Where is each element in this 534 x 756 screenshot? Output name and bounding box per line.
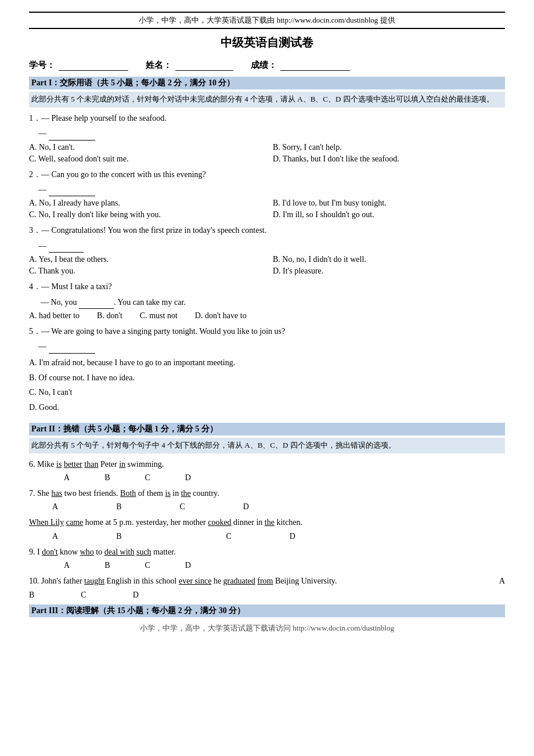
- q10-text: 10. John's father taught English in this…: [29, 575, 505, 588]
- q3-options: A. Yes, I beat the others. B. No, no, I …: [29, 255, 505, 264]
- q4-options: A. had better to B. don't C. must not D.…: [29, 311, 505, 321]
- q1-option-a: A. No, I can't.: [29, 143, 261, 152]
- q8-b: B: [116, 532, 121, 541]
- q7-c: C: [179, 502, 185, 512]
- q9-underline-c: deal with: [104, 548, 135, 556]
- q6-text: 6. Mike is better than Peter in swimming…: [29, 458, 505, 471]
- q9-abcd: A B C D: [64, 561, 505, 570]
- q3-blank-line: —: [38, 240, 505, 253]
- xingming-input: [175, 60, 233, 71]
- q9-d: D: [185, 561, 191, 570]
- q6-underline-b: better: [64, 460, 82, 469]
- q8-abcd: A B C D: [52, 532, 505, 541]
- q8-underline-c: cooked: [208, 518, 231, 527]
- q2-option-a: A. No, I already have plans.: [29, 199, 261, 208]
- student-info: 学号： 姓名： 成绩：: [29, 60, 505, 71]
- q9-underline-d: such: [136, 548, 151, 556]
- q1-text: 1．— Please help yourself to the seafood.: [29, 112, 505, 125]
- q2-option-d: D. I'm ill, so I shouldn't go out.: [273, 210, 505, 219]
- question-1: 1．— Please help yourself to the seafood.…: [29, 112, 505, 164]
- q10-c: C: [81, 591, 86, 600]
- q6-b: B: [104, 473, 110, 483]
- q9-underline-a: don't: [42, 548, 57, 556]
- q7-underline-d: the: [181, 489, 191, 498]
- q10-underline-d: from: [257, 575, 273, 588]
- q10-text3: he: [211, 575, 223, 588]
- xuehao-label: 学号：: [29, 60, 55, 71]
- q6-abcd: A B C D: [64, 473, 505, 483]
- q2-blank-line: —: [38, 183, 505, 196]
- q8-underline-b: came: [66, 518, 84, 527]
- q4-text2: — No, you . You can take my car.: [41, 296, 505, 309]
- q6-underline-c: than: [84, 460, 98, 469]
- question-9: 9. I don't know who to deal with such ma…: [29, 546, 505, 570]
- q8-underline-a: When Lily: [29, 518, 64, 527]
- q5-blank-line: —: [38, 340, 505, 353]
- xingming-label: 姓名：: [146, 60, 172, 71]
- q7-text: 7. She has two best friends. Both of the…: [29, 487, 505, 500]
- q1-option-d: D. Thanks, but I don't like the seafood.: [273, 154, 505, 164]
- q8-a: A: [52, 532, 58, 541]
- q2-text: 2．— Can you go to the concert with us th…: [29, 168, 505, 181]
- q5-text: 5．— We are going to have a singing party…: [29, 325, 505, 338]
- q10-underline-a: taught: [84, 575, 104, 588]
- xuehao-input: [59, 60, 128, 71]
- q1-options-2: C. Well, seafood don't suit me. D. Thank…: [29, 154, 505, 164]
- q7-a: A: [52, 502, 58, 512]
- part3-header: Part III：阅读理解（共 15 小题；每小题 2 分，满分 30 分）: [29, 604, 505, 617]
- q7-abcd: A B C D: [52, 502, 505, 512]
- q1-option-b: B. Sorry, I can't help.: [273, 143, 505, 152]
- q2-option-c: C. No, I really don't like being with yo…: [29, 210, 261, 219]
- q3-option-c: C. Thank you.: [29, 267, 261, 276]
- q10-text1: 10. John's father: [29, 575, 84, 588]
- question-10: 10. John's father taught English in this…: [29, 575, 505, 599]
- q2-answer-blank: [49, 187, 95, 196]
- q10-d: D: [133, 591, 139, 600]
- footer-text: 小学，中学，高中，大学英语试题下载请访问 http://www.docin.co…: [29, 623, 505, 633]
- q9-text: 9. I don't know who to deal with such ma…: [29, 546, 505, 559]
- q3-answer-blank: [49, 243, 84, 253]
- question-7: 7. She has two best friends. Both of the…: [29, 487, 505, 512]
- part1-header: Part I：交际用语（共 5 小题；每小题 2 分，满分 10 分）: [29, 77, 505, 89]
- question-5: 5．— We are going to have a singing party…: [29, 325, 505, 415]
- q3-option-b: B. No, no, I didn't do it well.: [273, 255, 505, 264]
- q9-b: B: [104, 561, 110, 570]
- chengji-input: [280, 60, 350, 71]
- q7-d: D: [243, 502, 249, 512]
- q8-text: When Lily came home at 5 p.m. yesterday,…: [29, 516, 505, 529]
- q6-underline-d: in: [119, 460, 125, 469]
- q4-answer-blank: [79, 300, 114, 309]
- q1-blank-line: —: [38, 127, 505, 140]
- question-6: 6. Mike is better than Peter in swimming…: [29, 458, 505, 483]
- q4-option-d: D. don't have to: [195, 311, 247, 321]
- chengji-label: 成绩：: [251, 60, 277, 71]
- xuehao-field: 学号：: [29, 60, 128, 71]
- q1-option-c: C. Well, seafood don't suit me.: [29, 154, 261, 164]
- q8-underline-d: the: [265, 518, 275, 527]
- q4-option-b: B. don't: [97, 311, 122, 321]
- q6-d: D: [185, 473, 191, 483]
- q1-options: A. No, I can't. B. Sorry, I can't help.: [29, 143, 505, 152]
- q6-underline-a: is: [56, 460, 62, 469]
- q5-option-b: B. Of course not. I have no idea.: [29, 371, 505, 385]
- q4-option-a: A. had better to: [29, 311, 80, 321]
- q3-option-a: A. Yes, I beat the others.: [29, 255, 261, 264]
- q6-c: C: [145, 473, 150, 483]
- chengji-field: 成绩：: [251, 60, 350, 71]
- q2-option-b: B. I'd love to, but I'm busy tonight.: [273, 199, 505, 208]
- header-banner: 小学，中学，高中，大学英语试题下载由 http://www.docin.com/…: [29, 12, 505, 29]
- part2-header: Part II：挑错（共 5 小题；每小题 1 分，满分 5 分）: [29, 423, 505, 435]
- q4-option-c: C. must not: [140, 311, 178, 321]
- q7-underline-b: Both: [120, 489, 136, 498]
- q2-options: A. No, I already have plans. B. I'd love…: [29, 199, 505, 208]
- question-8: When Lily came home at 5 p.m. yesterday,…: [29, 516, 505, 541]
- q5-answer-blank: [49, 344, 95, 354]
- question-4: 4．— Must I take a taxi? — No, you . You …: [29, 280, 505, 321]
- q9-underline-b: who: [80, 548, 94, 556]
- q10-underline-c: graduated: [223, 575, 255, 588]
- q10-b: B: [29, 591, 34, 600]
- q7-underline-c: is: [165, 489, 171, 498]
- question-3: 3．— Congratulations! You won the first p…: [29, 224, 505, 276]
- question-2: 2．— Can you go to the concert with us th…: [29, 168, 505, 220]
- q8-d: D: [290, 532, 295, 541]
